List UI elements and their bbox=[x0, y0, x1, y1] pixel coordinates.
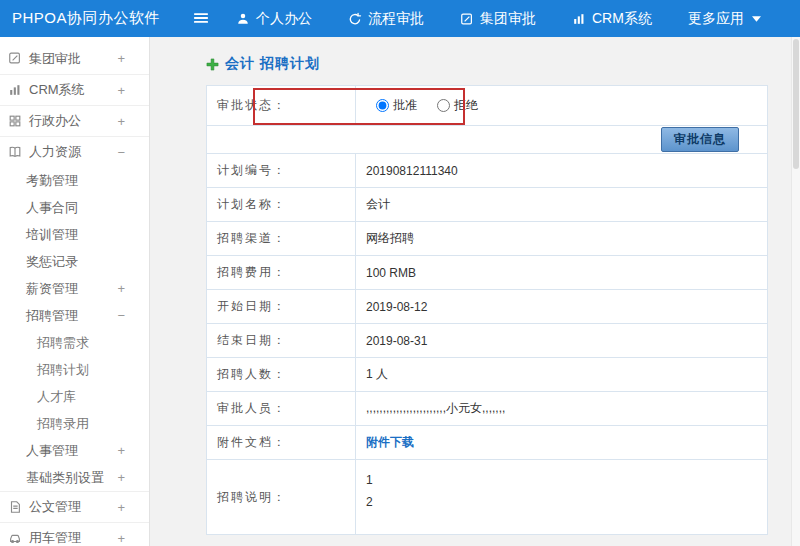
nav-group-approval[interactable]: 集团审批 bbox=[460, 10, 536, 28]
sidebar-item-training[interactable]: 培训管理 bbox=[0, 221, 149, 248]
radio-reject[interactable]: 拒绝 bbox=[437, 97, 478, 114]
field-label: 结束日期： bbox=[207, 324, 356, 357]
description-line: 2 bbox=[366, 491, 767, 513]
top-navigation: 个人办公 流程审批 集团审批 CRM系统 更多应用 bbox=[236, 10, 761, 28]
field-label: 审批人员： bbox=[207, 392, 356, 425]
field-label: 计划编号： bbox=[207, 154, 356, 187]
chart-icon bbox=[8, 83, 23, 98]
radio-reject-input[interactable] bbox=[437, 99, 450, 112]
nav-more-apps[interactable]: 更多应用 bbox=[688, 10, 761, 28]
main-content: 会计 招聘计划 审批状态： 批准 拒绝 审批信息 bbox=[151, 37, 800, 546]
app-brand: PHPOA协同办公软件 bbox=[0, 9, 192, 28]
caret-down-icon bbox=[750, 16, 761, 22]
field-label: 招聘费用： bbox=[207, 256, 356, 289]
nav-label: CRM系统 bbox=[592, 10, 652, 28]
sidebar-item-recruit-plan[interactable]: 招聘计划 bbox=[0, 356, 149, 383]
form-row-headcount: 招聘人数： 1 人 bbox=[207, 358, 767, 392]
page-title-text: 会计 招聘计划 bbox=[225, 55, 320, 73]
sidebar-item-recruit-hire[interactable]: 招聘录用 bbox=[0, 410, 149, 437]
attachment-download-link[interactable]: 附件下载 bbox=[366, 434, 414, 451]
nav-crm[interactable]: CRM系统 bbox=[572, 10, 652, 28]
document-icon bbox=[8, 500, 23, 515]
expand-toggle[interactable]: + bbox=[117, 281, 125, 296]
expand-toggle[interactable]: + bbox=[117, 83, 125, 98]
form-row-attachment: 附件文档： 附件下载 bbox=[207, 426, 767, 460]
page-title: 会计 招聘计划 bbox=[206, 53, 800, 75]
expand-toggle[interactable]: + bbox=[117, 500, 125, 515]
edit-icon bbox=[460, 12, 474, 26]
sidebar-item-rewards[interactable]: 奖惩记录 bbox=[0, 248, 149, 275]
sidebar-item-talent-pool[interactable]: 人才库 bbox=[0, 383, 149, 410]
nav-label: 流程审批 bbox=[368, 10, 424, 28]
field-label: 招聘人数： bbox=[207, 358, 356, 391]
expand-toggle[interactable]: + bbox=[117, 51, 125, 66]
field-value: ,,,,,,,,,,,,,,,,,,,,,,,,小元女,,,,,,, bbox=[356, 392, 767, 425]
form-row-channel: 招聘渠道： 网络招聘 bbox=[207, 222, 767, 256]
grid-icon bbox=[8, 114, 23, 129]
field-label: 招聘说明： bbox=[207, 460, 356, 534]
form-row-approvers: 审批人员： ,,,,,,,,,,,,,,,,,,,,,,,,小元女,,,,,,, bbox=[207, 392, 767, 426]
sidebar-item-contract[interactable]: 人事合同 bbox=[0, 194, 149, 221]
expand-toggle[interactable]: + bbox=[117, 531, 125, 546]
sidebar-item-document-mgmt[interactable]: 公文管理 + bbox=[0, 491, 149, 522]
nav-label: 更多应用 bbox=[688, 10, 744, 28]
chart-icon bbox=[572, 12, 586, 26]
field-value: 100 RMB bbox=[356, 256, 767, 289]
sidebar-item-crm[interactable]: CRM系统 + bbox=[0, 74, 149, 105]
field-value: 20190812111340 bbox=[356, 154, 767, 187]
field-label: 开始日期： bbox=[207, 290, 356, 323]
field-label: 招聘渠道： bbox=[207, 222, 356, 255]
field-label: 附件文档： bbox=[207, 426, 356, 459]
form-row-cost: 招聘费用： 100 RMB bbox=[207, 256, 767, 290]
radio-approve-input[interactable] bbox=[376, 99, 389, 112]
form-row-button: 审批信息 bbox=[207, 126, 767, 154]
nav-label: 个人办公 bbox=[256, 10, 312, 28]
nav-personal-office[interactable]: 个人办公 bbox=[236, 10, 312, 28]
nav-label: 集团审批 bbox=[480, 10, 536, 28]
field-label: 计划名称： bbox=[207, 188, 356, 221]
sidebar-item-salary[interactable]: 薪资管理 + bbox=[0, 275, 149, 302]
sidebar-item-vehicle-mgmt[interactable]: 用车管理 + bbox=[0, 522, 149, 546]
field-value: 1 2 bbox=[356, 460, 767, 534]
expand-toggle[interactable]: + bbox=[117, 443, 125, 458]
collapse-toggle[interactable]: − bbox=[117, 145, 125, 160]
field-value: 会计 bbox=[356, 188, 767, 221]
field-value: 1 人 bbox=[356, 358, 767, 391]
sidebar: 集团审批 + CRM系统 + 行政办公 + 人力资源 − 考勤管理 人事合同 培… bbox=[0, 37, 150, 546]
form-row-approve-status: 审批状态： 批准 拒绝 bbox=[207, 86, 767, 126]
approval-info-button[interactable]: 审批信息 bbox=[661, 127, 739, 152]
sidebar-item-group-approval[interactable]: 集团审批 + bbox=[0, 43, 149, 74]
edit-icon bbox=[8, 51, 23, 66]
car-icon bbox=[8, 531, 23, 546]
sidebar-item-attendance[interactable]: 考勤管理 bbox=[0, 167, 149, 194]
form-row-end-date: 结束日期： 2019-08-31 bbox=[207, 324, 767, 358]
process-icon bbox=[348, 12, 362, 26]
recruit-plan-form: 审批状态： 批准 拒绝 审批信息 计划编号： 20190812111 bbox=[206, 85, 768, 535]
book-icon bbox=[8, 145, 23, 160]
collapse-toggle[interactable]: − bbox=[117, 308, 125, 323]
plus-icon bbox=[206, 58, 219, 71]
field-label: 审批状态： bbox=[207, 86, 356, 125]
sidebar-item-personnel-mgmt[interactable]: 人事管理 + bbox=[0, 437, 149, 464]
sidebar-item-base-category[interactable]: 基础类别设置 + bbox=[0, 464, 149, 491]
scrollbar-thumb[interactable] bbox=[793, 39, 799, 169]
menu-toggle-icon[interactable] bbox=[192, 9, 212, 29]
scrollbar[interactable] bbox=[791, 37, 800, 546]
expand-toggle[interactable]: + bbox=[117, 114, 125, 129]
expand-toggle[interactable]: + bbox=[117, 470, 125, 485]
sidebar-item-admin-office[interactable]: 行政办公 + bbox=[0, 105, 149, 136]
sidebar-item-recruit-demand[interactable]: 招聘需求 bbox=[0, 329, 149, 356]
form-row-start-date: 开始日期： 2019-08-12 bbox=[207, 290, 767, 324]
field-value: 2019-08-12 bbox=[356, 290, 767, 323]
sidebar-item-hr[interactable]: 人力资源 − bbox=[0, 136, 149, 167]
sidebar-item-recruit-mgmt[interactable]: 招聘管理 − bbox=[0, 302, 149, 329]
form-row-plan-number: 计划编号： 20190812111340 bbox=[207, 154, 767, 188]
description-line: 1 bbox=[366, 469, 767, 491]
person-icon bbox=[236, 12, 250, 26]
radio-approve[interactable]: 批准 bbox=[376, 97, 417, 114]
approve-status-radio-group: 批准 拒绝 bbox=[376, 97, 478, 114]
nav-process-approval[interactable]: 流程审批 bbox=[348, 10, 424, 28]
form-row-plan-name: 计划名称： 会计 bbox=[207, 188, 767, 222]
field-value: 网络招聘 bbox=[356, 222, 767, 255]
form-row-description: 招聘说明： 1 2 bbox=[207, 460, 767, 534]
